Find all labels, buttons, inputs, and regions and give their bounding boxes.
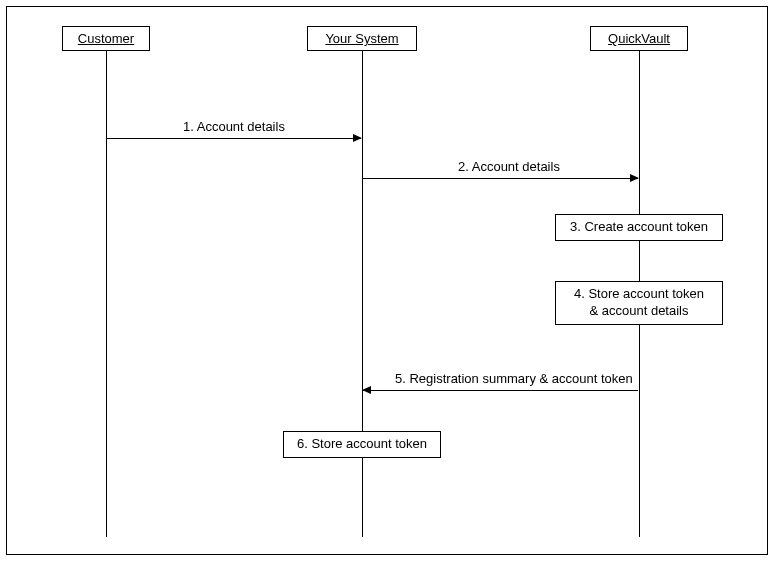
step-4-line1: 4. Store account token <box>566 286 712 303</box>
step-4-line2: & account details <box>566 303 712 320</box>
message-arrow-5 <box>363 390 638 391</box>
participant-your-system: Your System <box>307 26 417 51</box>
message-label-1: 1. Account details <box>183 119 285 134</box>
lifeline-your-system <box>362 51 363 537</box>
message-label-2: 2. Account details <box>458 159 560 174</box>
participant-customer: Customer <box>62 26 150 51</box>
step-box-3: 3. Create account token <box>555 214 723 241</box>
participant-quickvault: QuickVault <box>590 26 688 51</box>
step-box-6: 6. Store account token <box>283 431 441 458</box>
message-arrow-1 <box>107 138 361 139</box>
message-arrow-2 <box>363 178 638 179</box>
step-box-4: 4. Store account token & account details <box>555 281 723 325</box>
lifeline-customer <box>106 51 107 537</box>
sequence-diagram: Customer Your System QuickVault 1. Accou… <box>0 0 775 562</box>
message-label-5: 5. Registration summary & account token <box>395 371 633 386</box>
